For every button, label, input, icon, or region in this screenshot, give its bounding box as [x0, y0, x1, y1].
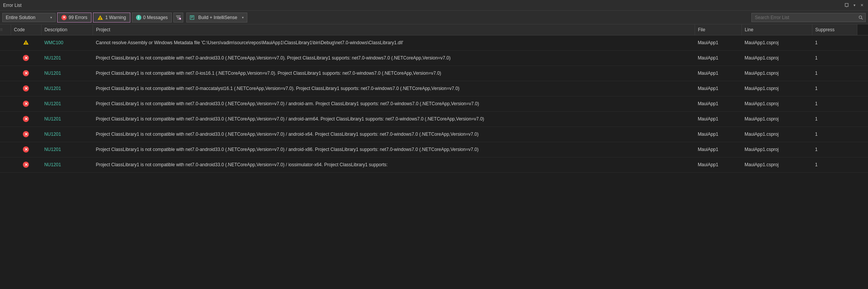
build-arrow-icon: ▾: [242, 16, 244, 19]
row-suppress: [857, 35, 868, 50]
table-row[interactable]: ✕NU1201Project ClassLibrary1 is not comp…: [0, 157, 868, 172]
row-grip: [0, 127, 11, 142]
col-file-header[interactable]: File: [695, 24, 741, 35]
row-description: Project ClassLibrary1 is not compatible …: [93, 142, 695, 157]
row-type-icon: ✕: [11, 50, 41, 66]
table-row[interactable]: ✕NU1201Project ClassLibrary1 is not comp…: [0, 142, 868, 157]
table-row[interactable]: ✕NU1201Project ClassLibrary1 is not comp…: [0, 127, 868, 142]
row-suppress: [857, 96, 868, 111]
row-project: MauiApp1: [695, 111, 741, 127]
table-row[interactable]: ✕NU1201Project ClassLibrary1 is not comp…: [0, 66, 868, 81]
col-project-header[interactable]: Project: [93, 24, 695, 35]
error-row-icon: ✕: [23, 146, 29, 153]
row-line: 1: [812, 111, 857, 127]
toolbar: Entire Solution ▾ ✕ 99 Errors ! 1 Warnin…: [0, 11, 868, 24]
row-project: MauiApp1: [695, 50, 741, 66]
row-type-icon: ✕: [11, 111, 41, 127]
row-type-icon: ✕: [11, 127, 41, 142]
row-type-icon: ✕: [11, 96, 41, 111]
row-code[interactable]: NU1201: [41, 81, 93, 96]
pin-button[interactable]: [844, 2, 850, 8]
svg-line-15: [862, 18, 863, 19]
row-code[interactable]: NU1201: [41, 96, 93, 111]
table-row[interactable]: ✕NU1201Project ClassLibrary1 is not comp…: [0, 81, 868, 96]
filter-button[interactable]: [173, 13, 183, 22]
row-line: 1: [812, 50, 857, 66]
row-grip: [0, 50, 11, 66]
row-code[interactable]: NU1201: [41, 127, 93, 142]
row-file: MauiApp1.csproj: [741, 142, 812, 157]
row-code[interactable]: NU1201: [41, 50, 93, 66]
row-suppress: [857, 157, 868, 172]
col-description-header[interactable]: Description: [41, 24, 93, 35]
row-project: MauiApp1: [695, 157, 741, 172]
row-project: MauiApp1: [695, 35, 741, 50]
messages-filter-button[interactable]: i 0 Messages: [132, 13, 172, 22]
row-description: Project ClassLibrary1 is not compatible …: [93, 127, 695, 142]
scope-dropdown[interactable]: Entire Solution ▾: [2, 13, 56, 22]
row-line: 1: [812, 66, 857, 81]
svg-rect-0: [845, 3, 848, 6]
row-line: 1: [812, 81, 857, 96]
row-grip: [0, 96, 11, 111]
row-code[interactable]: NU1201: [41, 111, 93, 127]
error-row-icon: ✕: [23, 101, 29, 107]
row-description: Cannot resolve Assembly or Windows Metad…: [93, 35, 695, 50]
row-type-icon: ✕: [11, 142, 41, 157]
row-code[interactable]: NU1201: [41, 157, 93, 172]
warnings-filter-button[interactable]: ! 1 Warning: [93, 13, 130, 22]
error-table-wrapper: ⠿ Code Description Project File Line Sup…: [0, 24, 868, 289]
close-button[interactable]: ✕: [859, 2, 865, 8]
col-code-header[interactable]: Code: [11, 24, 41, 35]
row-grip: [0, 35, 11, 50]
row-code[interactable]: NU1201: [41, 142, 93, 157]
col-line-header[interactable]: Line: [741, 24, 812, 35]
table-row[interactable]: ✕NU1201Project ClassLibrary1 is not comp…: [0, 50, 868, 66]
row-file: MauiApp1.csproj: [741, 35, 812, 50]
row-description: Project ClassLibrary1 is not compatible …: [93, 50, 695, 66]
grip-icon: ⠿: [0, 28, 4, 32]
table-row[interactable]: !WMC100Cannot resolve Assembly or Window…: [0, 35, 868, 50]
error-row-icon: ✕: [23, 55, 29, 61]
row-grip: [0, 111, 11, 127]
row-suppress: [857, 66, 868, 81]
row-suppress: [857, 127, 868, 142]
row-type-icon: ✕: [11, 66, 41, 81]
row-file: MauiApp1.csproj: [741, 111, 812, 127]
warning-icon: !: [97, 15, 103, 20]
build-label: Build + IntelliSense: [198, 15, 237, 20]
row-suppress: [857, 50, 868, 66]
row-type-icon: ✕: [11, 81, 41, 96]
row-grip: [0, 142, 11, 157]
warnings-label: 1 Warning: [105, 15, 126, 20]
row-suppress: [857, 111, 868, 127]
search-button[interactable]: [856, 13, 865, 22]
row-line: 1: [812, 96, 857, 111]
row-line: 1: [812, 142, 857, 157]
error-row-icon: ✕: [23, 131, 29, 137]
error-row-icon: ✕: [23, 116, 29, 122]
dropdown-button[interactable]: ▾: [851, 2, 857, 8]
col-grip-header: ⠿: [0, 24, 11, 35]
table-row[interactable]: ✕NU1201Project ClassLibrary1 is not comp…: [0, 96, 868, 111]
col-suppress-header[interactable]: Suppress: [812, 24, 857, 35]
row-line: 1: [812, 35, 857, 50]
search-input[interactable]: [752, 15, 856, 20]
row-file: MauiApp1.csproj: [741, 157, 812, 172]
table-row[interactable]: ✕NU1201Project ClassLibrary1 is not comp…: [0, 111, 868, 127]
scope-label: Entire Solution: [6, 15, 35, 20]
row-type-icon: !: [11, 35, 41, 50]
row-project: MauiApp1: [695, 66, 741, 81]
info-icon: i: [136, 15, 141, 20]
row-code[interactable]: NU1201: [41, 66, 93, 81]
svg-point-14: [859, 16, 862, 18]
table-header-row: ⠿ Code Description Project File Line Sup…: [0, 24, 868, 35]
row-file: MauiApp1.csproj: [741, 50, 812, 66]
row-project: MauiApp1: [695, 127, 741, 142]
errors-filter-button[interactable]: ✕ 99 Errors: [57, 13, 91, 22]
build-dropdown[interactable]: Build + IntelliSense ▾: [186, 13, 247, 22]
row-code[interactable]: WMC100: [41, 35, 93, 50]
svg-text:!: !: [100, 16, 101, 20]
error-row-icon: ✕: [23, 85, 29, 92]
row-line: 1: [812, 157, 857, 172]
